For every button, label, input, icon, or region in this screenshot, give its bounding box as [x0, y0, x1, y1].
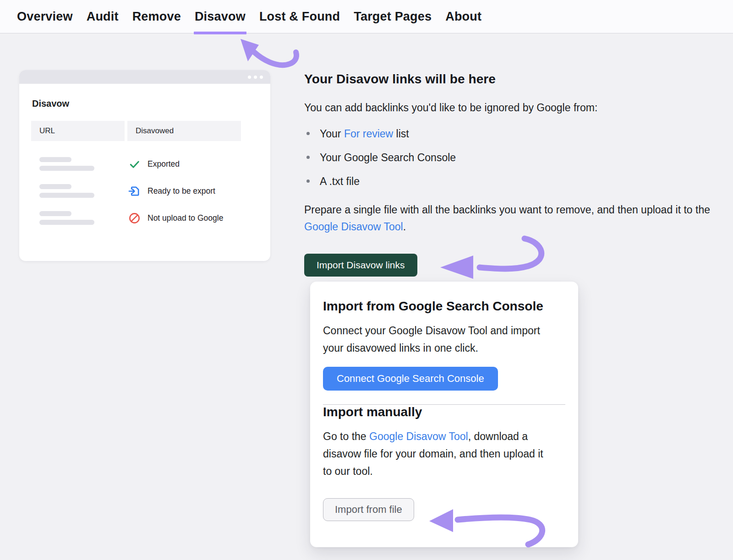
tab-overview[interactable]: Overview [17, 0, 73, 33]
tab-lost-and-found[interactable]: Lost & Found [259, 0, 340, 33]
prepare-text: Prepare a single file with all the backl… [304, 201, 723, 235]
manual-section-heading: Import manually [323, 405, 565, 419]
status-label: Ready to be export [148, 186, 215, 196]
status-label: Exported [148, 159, 180, 169]
sources-list: Your For review list Your Google Search … [304, 126, 726, 189]
page-title: Your Disavow links will be here [304, 72, 726, 87]
url-placeholder-bars [31, 211, 125, 225]
status-not-uploaded: Not upload to Google [128, 212, 223, 224]
connect-google-search-console-button[interactable]: Connect Google Search Console [323, 367, 498, 391]
url-placeholder-bars [31, 157, 125, 171]
status-ready-to-export: Ready to be export [128, 185, 215, 197]
tab-remove[interactable]: Remove [132, 0, 181, 33]
tab-bar: Overview Audit Remove Disavow Lost & Fou… [0, 0, 733, 33]
intro-text: You can add backlinks you'd like to be i… [304, 102, 726, 114]
tab-about[interactable]: About [445, 0, 481, 33]
tab-target-pages[interactable]: Target Pages [354, 0, 432, 33]
list-item: A .txt file [320, 174, 726, 189]
gsc-section-body: Connect your Google Disavow Tool and imp… [323, 322, 552, 357]
bullet-text: Your [320, 128, 344, 140]
check-icon [128, 158, 141, 170]
prepare-pre: Prepare a single file with all the backl… [304, 204, 710, 216]
export-file-icon [128, 185, 141, 197]
window-dots-icon [248, 76, 263, 79]
tab-disavow[interactable]: Disavow [195, 0, 246, 33]
status-exported: Exported [128, 158, 180, 170]
disavow-preview-card: Disavow URL Disavowed Exported Ready [19, 70, 270, 261]
google-disavow-tool-link[interactable]: Google Disavow Tool [304, 221, 403, 233]
manual-body-pre: Go to the [323, 430, 369, 442]
url-placeholder-bars [31, 184, 125, 198]
prepare-post: . [403, 221, 406, 233]
import-from-file-button[interactable]: Import from file [323, 498, 414, 521]
bullet-text: A .txt file [320, 175, 360, 187]
list-item: Your For review list [320, 126, 726, 141]
bullet-text: list [393, 128, 409, 140]
table-row: Exported [31, 152, 270, 176]
column-header-disavowed: Disavowed [127, 121, 241, 141]
list-item: Your Google Search Console [320, 150, 726, 165]
arrow-to-disavow-tab-icon [231, 36, 305, 72]
table-body: Exported Ready to be export Not [31, 152, 270, 230]
table-header: URL Disavowed [31, 121, 270, 141]
for-review-link[interactable]: For review [344, 128, 393, 140]
google-disavow-tool-link[interactable]: Google Disavow Tool [369, 430, 468, 442]
window-titlebar [19, 70, 270, 84]
card-title: Disavow [32, 98, 270, 109]
import-popup: Import from Google Search Console Connec… [310, 282, 578, 547]
blocked-icon [128, 212, 141, 224]
manual-section-body: Go to the Google Disavow Tool, download … [323, 428, 552, 480]
bullet-text: Your Google Search Console [320, 152, 456, 163]
column-header-url: URL [31, 121, 125, 141]
gsc-section-heading: Import from Google Search Console [323, 299, 565, 314]
status-label: Not upload to Google [148, 213, 223, 223]
table-row: Ready to be export [31, 179, 270, 203]
import-disavow-links-button[interactable]: Import Disavow links [304, 254, 417, 277]
disavow-empty-state: Your Disavow links will be here You can … [304, 72, 726, 277]
table-row: Not upload to Google [31, 206, 270, 230]
tab-audit[interactable]: Audit [87, 0, 119, 33]
